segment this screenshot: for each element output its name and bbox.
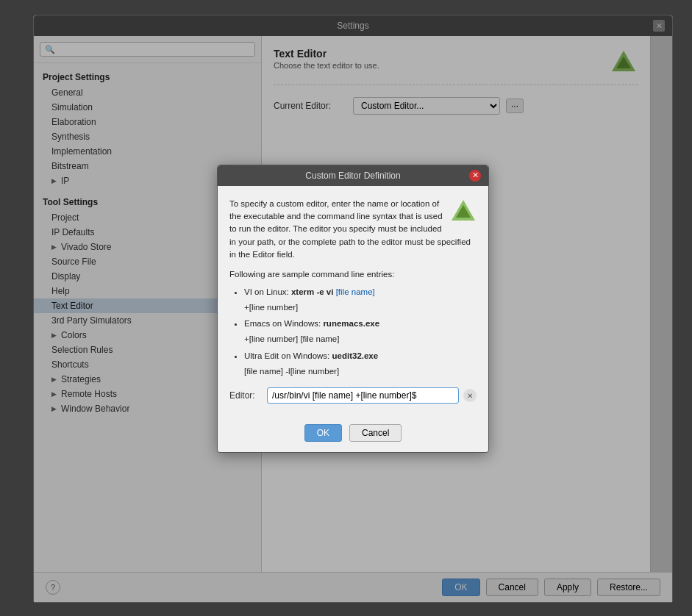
list-item: Ultra Edit on Windows: uedit32.exe [file… (244, 348, 477, 379)
dialog-vivado-logo-icon (450, 198, 477, 224)
list-item: VI on Linux: xterm -e vi [file name] +[l… (244, 284, 477, 315)
dialog-footer: OK Cancel (218, 418, 488, 452)
list-item: Emacs on Windows: runemacs.exe +[line nu… (244, 316, 477, 346)
dialog-samples-header: Following are sample command line entrie… (229, 270, 477, 279)
modal-overlay: Custom Editor Definition ✕ To specify a … (34, 15, 672, 602)
dialog-title: Custom Editor Definition (237, 171, 469, 181)
editor-field-clear-button[interactable]: ✕ (463, 389, 477, 402)
dialog-description: To specify a custom editor, enter the na… (229, 198, 477, 261)
custom-editor-dialog: Custom Editor Definition ✕ To specify a … (217, 165, 489, 453)
sample-cmd-1: xterm -e vi (291, 287, 334, 296)
dialog-cancel-button[interactable]: Cancel (349, 424, 402, 442)
editor-field-label: Editor: (229, 390, 263, 401)
editor-field-row: Editor: ✕ (229, 387, 477, 404)
sample-cmd-2: runemacs.exe (323, 319, 379, 328)
sample-cmd-3: uedit32.exe (332, 351, 379, 360)
dialog-titlebar: Custom Editor Definition ✕ (218, 165, 488, 186)
dialog-ok-button[interactable]: OK (304, 424, 342, 442)
dialog-body: To specify a custom editor, enter the na… (218, 186, 488, 418)
settings-window: Settings ✕ Project Settings General Simu… (33, 15, 673, 603)
sample-list: VI on Linux: xterm -e vi [file name] +[l… (229, 284, 477, 379)
editor-field-input[interactable] (267, 387, 459, 404)
sample-arg-1: [file name] (336, 287, 375, 296)
dialog-close-button[interactable]: ✕ (469, 170, 481, 182)
